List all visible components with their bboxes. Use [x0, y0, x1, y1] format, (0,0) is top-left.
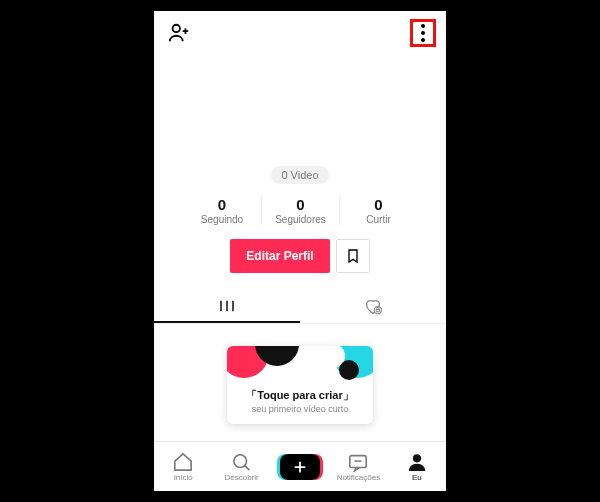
svg-point-3 [233, 454, 246, 467]
create-button[interactable] [280, 454, 320, 480]
phone-screen: 0 Video 0 Seguindo 0 Seguidores 0 Curtir… [154, 11, 446, 491]
following-count: 0 [183, 196, 261, 213]
video-count-pill: 0 Video [271, 166, 328, 184]
person-icon [406, 452, 428, 472]
following-label: Seguindo [183, 214, 261, 225]
followers-count: 0 [262, 196, 339, 213]
followers-stat[interactable]: 0 Seguidores [261, 196, 339, 225]
nav-home[interactable]: Início [154, 452, 212, 482]
followers-label: Seguidores [262, 214, 339, 225]
bookmark-icon [345, 247, 361, 265]
promo-artwork [227, 346, 373, 384]
promo-subtitle: seu primeiro vídeo curto [227, 404, 373, 414]
plus-icon [293, 460, 307, 474]
following-stat[interactable]: 0 Seguindo [183, 196, 261, 225]
search-icon [231, 452, 253, 472]
heart-lock-icon [363, 299, 383, 315]
profile-tabs [154, 291, 446, 324]
grid-icon [218, 299, 236, 313]
profile-actions: Editar Perfil [154, 239, 446, 273]
profile-stats: 0 Seguindo 0 Seguidores 0 Curtir [154, 196, 446, 225]
more-options-highlight [410, 19, 436, 47]
add-friend-button[interactable] [168, 22, 190, 44]
nav-me[interactable]: Eu [388, 452, 446, 482]
dots-icon [421, 24, 425, 28]
app-frame: 0 Video 0 Seguindo 0 Seguidores 0 Curtir… [15, 11, 585, 491]
nav-discover-label: Descobrir [224, 473, 258, 482]
bookmarks-button[interactable] [336, 239, 370, 273]
svg-point-5 [413, 454, 421, 462]
nav-inbox-label: Notificações [337, 473, 381, 482]
more-options-button[interactable] [419, 24, 427, 42]
nav-me-label: Eu [412, 473, 422, 482]
bottom-nav: Início Descobrir [154, 441, 446, 491]
likes-label: Curtir [340, 214, 417, 225]
tab-videos[interactable] [154, 291, 300, 323]
edit-profile-button[interactable]: Editar Perfil [230, 239, 329, 273]
svg-point-0 [173, 25, 180, 32]
nav-create[interactable] [271, 454, 329, 480]
nav-discover[interactable]: Descobrir [212, 452, 270, 482]
create-first-video-card[interactable]: 「Toque para criar」 seu primeiro vídeo cu… [227, 346, 373, 424]
inbox-icon [347, 452, 369, 472]
likes-count: 0 [340, 196, 417, 213]
promo-title: 「Toque para criar」 [227, 388, 373, 403]
likes-stat[interactable]: 0 Curtir [339, 196, 417, 225]
person-add-icon [168, 22, 190, 44]
tab-liked[interactable] [300, 291, 446, 323]
nav-home-label: Início [174, 473, 193, 482]
home-icon [172, 452, 194, 472]
top-bar [154, 11, 446, 51]
nav-inbox[interactable]: Notificações [329, 452, 387, 482]
